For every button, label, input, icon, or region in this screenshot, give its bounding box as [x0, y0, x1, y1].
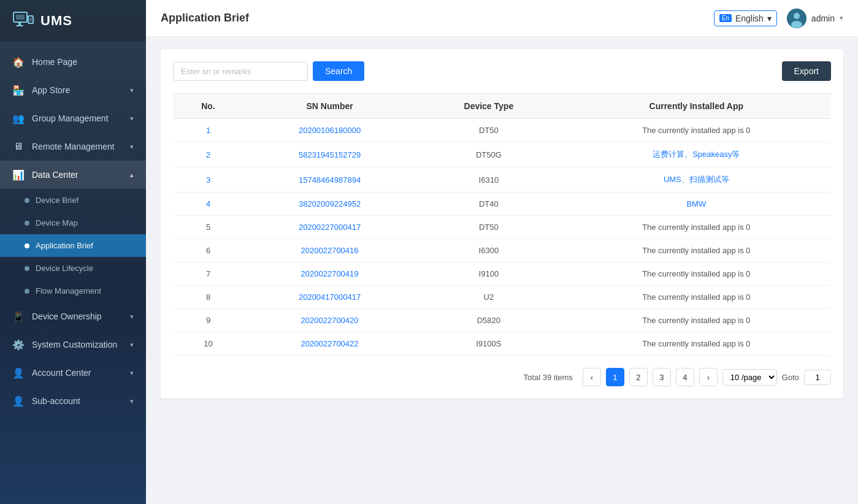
cell-sn[interactable]: 2020022700422: [243, 332, 416, 356]
col-no: No.: [173, 94, 243, 119]
language-selector[interactable]: En English ▾: [714, 10, 777, 26]
table-row: 438202009224952DT40BMW: [173, 193, 831, 216]
page-size-select[interactable]: 10 /page 20 /page 50 /page: [722, 369, 777, 386]
sn-link[interactable]: 20200417000417: [299, 292, 361, 302]
cell-sn[interactable]: 20200106180000: [243, 119, 416, 142]
pagination-page-4[interactable]: 4: [676, 368, 694, 386]
sn-link[interactable]: 2020022700416: [301, 246, 359, 255]
user-info[interactable]: admin ▾: [787, 9, 843, 28]
cell-sn[interactable]: 20200417000417: [243, 286, 416, 309]
svg-rect-1: [16, 15, 25, 20]
cell-sn[interactable]: 2020022700416: [243, 239, 416, 262]
sidebar-sub-label: Device Map: [36, 218, 78, 227]
pagination-prev[interactable]: ‹: [583, 368, 601, 386]
sidebar-item-account-center[interactable]: 👤 Account Center ▾: [0, 359, 146, 387]
row-number-link[interactable]: 4: [206, 199, 210, 208]
sidebar-item-label: System Customization: [32, 340, 130, 349]
sn-link[interactable]: 20200227000417: [299, 223, 361, 232]
pagination-next[interactable]: ›: [699, 368, 718, 386]
sidebar-item-system-customization[interactable]: ⚙️ System Customization ▾: [0, 330, 146, 359]
sn-link[interactable]: 20200106180000: [299, 126, 361, 135]
sn-link[interactable]: 15748464987894: [299, 175, 361, 185]
sidebar-sub-label: Device Brief: [36, 196, 79, 205]
cell-sn[interactable]: 38202009224952: [243, 193, 416, 216]
row-number-link[interactable]: 3: [206, 175, 210, 185]
sn-link[interactable]: 2020022700419: [301, 269, 359, 278]
sub-account-icon: 👤: [12, 395, 25, 407]
content-card: Search Export No. SN Number Device Type …: [161, 49, 843, 399]
cell-sn[interactable]: 20200227000417: [243, 216, 416, 239]
cell-app[interactable]: UMS、扫描测试等: [562, 167, 831, 193]
pagination-bar: Total 39 items ‹ 1 2 3 4 › 10 /page 20 /…: [173, 368, 831, 386]
sn-link[interactable]: 2020022700420: [301, 316, 359, 325]
cell-no: 2: [173, 142, 243, 167]
svg-rect-3: [16, 25, 23, 26]
table-row: 62020022700416I6300The currently install…: [173, 239, 831, 262]
pagination-page-3[interactable]: 3: [653, 368, 671, 386]
app-link[interactable]: BMW: [686, 199, 706, 208]
cell-sn[interactable]: 2020022700419: [243, 262, 416, 286]
cell-app: The currently installed app is 0: [562, 119, 831, 142]
home-icon: 🏠: [12, 56, 25, 68]
app-link[interactable]: UMS、扫描测试等: [664, 175, 729, 184]
export-button[interactable]: Export: [782, 61, 831, 81]
app-link[interactable]: 运费计算、Speakeasy等: [653, 150, 740, 159]
sidebar-item-group-management[interactable]: 👥 Group Management ▾: [0, 104, 146, 132]
bullet-icon: [25, 221, 29, 226]
cell-no: 1: [173, 119, 243, 142]
cell-sn[interactable]: 2020022700420: [243, 309, 416, 332]
toolbar-left: Search: [173, 61, 364, 81]
cell-no: 3: [173, 167, 243, 193]
search-button[interactable]: Search: [313, 61, 364, 81]
cell-device-type: I6300: [416, 239, 562, 262]
chevron-up-icon: ▴: [130, 171, 134, 179]
pagination-total: Total 39 items: [524, 373, 573, 382]
row-number-link[interactable]: 1: [206, 126, 210, 135]
chevron-down-icon: ▾: [130, 143, 134, 151]
sidebar-item-home[interactable]: 🏠 Home Page: [0, 48, 146, 76]
cell-app[interactable]: BMW: [562, 193, 831, 216]
sidebar-item-data-center[interactable]: 📊 Data Center ▴: [0, 161, 146, 189]
sidebar-item-device-map[interactable]: Device Map: [0, 212, 146, 234]
cell-device-type: D5820: [416, 309, 562, 332]
cell-no: 6: [173, 239, 243, 262]
cell-sn[interactable]: 15748464987894: [243, 167, 416, 193]
toolbar: Search Export: [173, 61, 831, 81]
sidebar-item-device-ownership[interactable]: 📱 Device Ownership ▾: [0, 302, 146, 330]
sidebar-item-device-lifecycle[interactable]: Device Lifecycle: [0, 257, 146, 280]
sidebar-item-label: Sub-account: [32, 396, 130, 406]
sidebar-item-device-brief[interactable]: Device Brief: [0, 189, 146, 212]
row-number-link[interactable]: 2: [206, 150, 210, 159]
table-row: 820200417000417U2The currently installed…: [173, 286, 831, 309]
sn-link[interactable]: 2020022700422: [301, 339, 359, 348]
sidebar-item-app-store[interactable]: 🏪 App Store ▾: [0, 76, 146, 104]
pagination-page-1[interactable]: 1: [606, 368, 624, 386]
sidebar-sub-label: Device Lifecycle: [36, 264, 93, 273]
pagination-page-2[interactable]: 2: [629, 368, 648, 386]
cell-no: 4: [173, 193, 243, 216]
chevron-down-icon: ▾: [130, 341, 134, 349]
goto-input[interactable]: [804, 370, 831, 385]
group-icon: 👥: [12, 112, 25, 124]
sidebar-item-sub-account[interactable]: 👤 Sub-account ▾: [0, 387, 146, 415]
cell-device-type: DT50: [416, 119, 562, 142]
search-input[interactable]: [173, 62, 308, 81]
sidebar-item-remote-management[interactable]: 🖥 Remote Management ▾: [0, 132, 146, 161]
cell-app: The currently installed app is 0: [562, 332, 831, 356]
cell-app: The currently installed app is 0: [562, 262, 831, 286]
sidebar: UMS 🏠 Home Page 🏪 App Store ▾ 👥 Group Ma…: [0, 0, 146, 504]
cell-sn[interactable]: 58231945152729: [243, 142, 416, 167]
cell-app[interactable]: 运费计算、Speakeasy等: [562, 142, 831, 167]
data-center-icon: 📊: [12, 169, 25, 181]
logo-text: UMS: [40, 13, 72, 29]
svg-rect-2: [18, 23, 21, 25]
table-row: 520200227000417DT50The currently install…: [173, 216, 831, 239]
sidebar-item-label: Remote Management: [32, 142, 130, 151]
cell-app: The currently installed app is 0: [562, 309, 831, 332]
sn-link[interactable]: 58231945152729: [299, 150, 361, 159]
sidebar-item-flow-management[interactable]: Flow Management: [0, 280, 146, 302]
cell-no: 10: [173, 332, 243, 356]
cell-device-type: U2: [416, 286, 562, 309]
sidebar-item-application-brief[interactable]: Application Brief: [0, 234, 146, 257]
sn-link[interactable]: 38202009224952: [299, 199, 361, 208]
